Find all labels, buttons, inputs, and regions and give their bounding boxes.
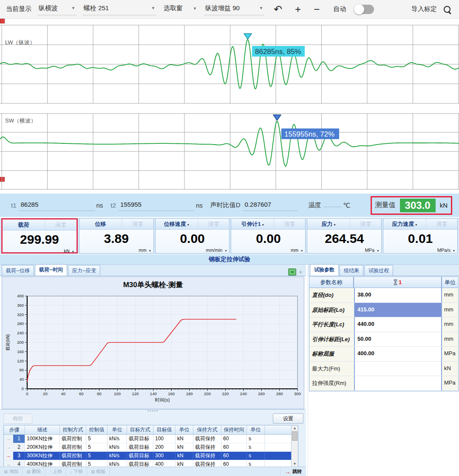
t2-input[interactable]: 155955 — [119, 200, 194, 211]
gauge-unit-dropdown[interactable]: kN ▾ — [3, 248, 76, 254]
param-name: 标称屈服 — [309, 347, 354, 361]
gauge-title[interactable]: 位移 — [79, 219, 122, 229]
param-row: 原始标距(Lo)415.00mm — [309, 303, 458, 318]
move-up-button[interactable]: ↑上移 — [45, 467, 66, 476]
param-tab-0[interactable]: 试验参数 — [310, 264, 339, 276]
clear-button[interactable]: 清零 — [45, 219, 76, 230]
dropdown-icon: ▾ — [187, 223, 189, 227]
clear-button[interactable]: 清零 — [122, 219, 153, 229]
search-icon[interactable] — [444, 6, 450, 13]
param-tab-2[interactable]: 试验过程 — [364, 265, 393, 276]
gain-dropdown[interactable]: 纵波增益 90 ▼ — [204, 3, 264, 15]
step-cell: kN — [176, 443, 193, 451]
sample-number: 1 — [399, 279, 402, 285]
step-row[interactable]: →3300KN拉伸载荷控制5kN/s载荷目标300kN载荷保持60s — [4, 452, 292, 460]
param-unit: MPa — [442, 376, 458, 390]
param-unit: mm — [442, 332, 458, 347]
svg-text:160: 160 — [17, 349, 24, 354]
footer-button-label: 模板 — [96, 468, 105, 475]
import-calibration-button[interactable]: 导入标定 — [411, 5, 437, 13]
move-down-button[interactable]: ↓下移 — [66, 467, 87, 476]
scroll-down-icon[interactable]: ▼ — [292, 462, 298, 466]
clear-button[interactable]: 清零 — [350, 219, 381, 229]
add-chart-icon[interactable]: + — [299, 269, 303, 276]
gauge-unit-dropdown[interactable]: mm/min ▾ — [156, 248, 230, 253]
auto-toggle[interactable] — [354, 5, 374, 14]
delete-step-button[interactable]: ▦删除 — [23, 467, 45, 476]
param-value-cell[interactable] — [354, 362, 442, 376]
param-sample-header: 1 — [354, 277, 442, 288]
gate-marker[interactable] — [273, 115, 281, 120]
gauge-title[interactable]: 应力▾ — [307, 219, 350, 229]
gauge-title[interactable]: 位移速度▾ — [156, 219, 198, 229]
t1-input[interactable]: 86285 — [19, 200, 95, 211]
step-row[interactable]: →1100KN拉伸载荷控制5kN/s载荷目标100kN载荷保持60s — [4, 435, 292, 443]
measured-value-label: 测量值 — [375, 201, 396, 210]
gauge-value: 0.00 — [231, 230, 305, 248]
bolt-dropdown[interactable]: 螺栓 251 ▼ — [82, 3, 156, 15]
t2-label: t2 — [110, 202, 116, 209]
clear-button[interactable]: 清零 — [274, 219, 305, 229]
step-cell: 载荷目标 — [127, 435, 153, 443]
wave-label: SW（横波） — [5, 117, 36, 124]
add-step-icon: ▦ — [4, 469, 8, 474]
step-cell: 100KN拉伸 — [25, 435, 60, 443]
param-value-cell[interactable]: 400.00 — [354, 347, 442, 361]
scroll-up-icon[interactable]: ▲ — [292, 426, 298, 430]
step-cell: 60 — [221, 435, 247, 443]
gauge-unit-dropdown[interactable]: MPa/s ▾ — [383, 248, 457, 253]
splitter-handle[interactable]: ••••• — [147, 410, 159, 412]
gauge-value: 299.99 — [3, 231, 76, 248]
y-axis-label: 载荷(kN) — [6, 334, 10, 351]
gate-marker[interactable] — [244, 34, 252, 39]
gauge-title[interactable]: 载荷 — [3, 219, 45, 230]
undo-icon[interactable]: ↶ — [270, 4, 286, 14]
gauge-stress: 应力▾清零264.54MPa ▾ — [307, 218, 382, 254]
delete-step-icon: ▦ — [26, 469, 30, 474]
param-value-cell[interactable]: 440.00 — [354, 317, 442, 332]
step-row[interactable]: →2200KN拉伸载荷控制5kN/s载荷目标200kN载荷保持60s — [4, 443, 292, 452]
zoom-in-button[interactable]: + — [292, 4, 304, 14]
param-value-cell[interactable]: 50.00 — [354, 332, 442, 347]
ratio-input[interactable]: 0.287607 — [243, 200, 298, 211]
chart-tab-1[interactable]: 载荷--时间 — [35, 264, 67, 276]
gauge-title[interactable]: 应力速度▾ — [383, 219, 426, 229]
shear-waveform-chart[interactable]: SW（横波）155955ns, 72% — [0, 113, 459, 190]
left-edge-marker — [0, 19, 5, 23]
jump-button[interactable]: → 跳转 — [280, 467, 306, 476]
chart-tab-2[interactable]: 应力--应变 — [68, 265, 100, 276]
param-value-cell[interactable] — [354, 376, 442, 390]
program-control-button[interactable]: 程控 — [3, 413, 32, 424]
gauge-unit-dropdown[interactable]: MPa ▾ — [307, 248, 381, 253]
export-icon[interactable] — [288, 268, 296, 276]
add-step-button[interactable]: ▦增加 — [0, 467, 23, 476]
load-time-plot[interactable]: 0204060801001201401601802002202402602803… — [3, 290, 303, 408]
chart-tab-0[interactable]: 载荷--位移 — [2, 265, 34, 276]
footer-button-label: 删除 — [32, 468, 41, 475]
gauge-unit-dropdown[interactable]: mm ▾ — [231, 248, 305, 253]
param-tab-1[interactable]: 组结果 — [340, 265, 363, 276]
param-value-cell[interactable]: 38.00 — [354, 288, 442, 302]
temperature-unit: ℃ — [343, 202, 351, 209]
settings-button[interactable]: 设置 — [273, 413, 303, 424]
scrollbar-thumb[interactable] — [292, 431, 298, 441]
temperature-input[interactable] — [324, 203, 342, 207]
display-mode-dropdown[interactable]: 纵横波 ▼ — [37, 3, 76, 15]
step-cell: 载荷目标 — [127, 452, 153, 460]
template-button[interactable]: ▦模板 — [87, 467, 110, 476]
step-table-scrollbar[interactable]: ▲ ▼ — [291, 425, 298, 467]
svg-text:0: 0 — [22, 386, 24, 391]
param-row: 拉伸强度(Rm)MPa — [309, 376, 458, 391]
param-tabbar: 试验参数组结果试验过程 — [308, 265, 459, 276]
clear-button[interactable]: 清零 — [198, 219, 229, 229]
select-window-dropdown[interactable]: 选取窗 ▼ — [162, 3, 198, 15]
param-value-cell[interactable]: 415.00 — [354, 303, 442, 317]
clear-button[interactable]: 清零 — [426, 219, 457, 229]
zoom-out-button[interactable]: − — [310, 4, 323, 14]
step-col-header: 控制方式 — [60, 425, 86, 434]
gauge-unit-dropdown[interactable]: mm ▾ — [79, 248, 153, 253]
gauge-title[interactable]: 引伸计1▾ — [231, 219, 274, 229]
longitudinal-waveform-chart[interactable]: LW（纵波）86285ns, 85% — [0, 25, 459, 104]
gauge-displacement: 位移清零3.89mm ▾ — [79, 218, 154, 254]
x-axis-label: 时间(s) — [155, 397, 170, 402]
